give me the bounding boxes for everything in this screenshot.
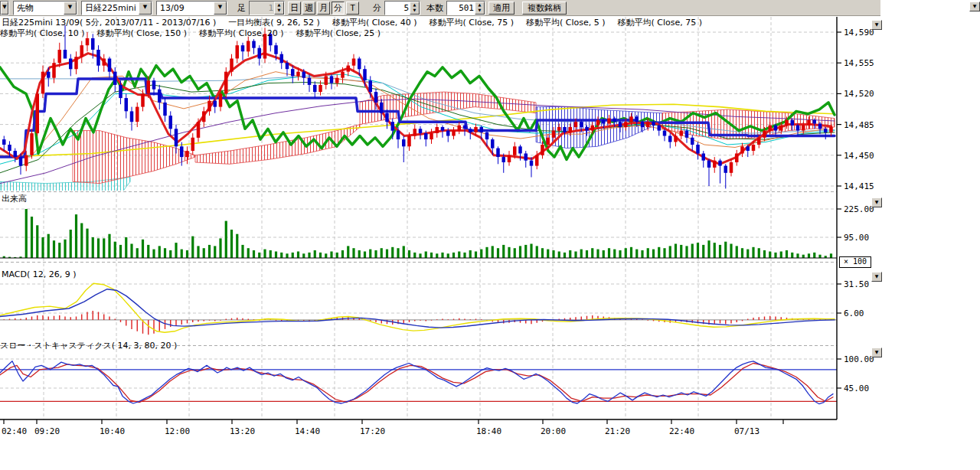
time-tick-label: 22:40 — [669, 426, 694, 436]
chevron-down-icon[interactable]: ▼ — [139, 2, 152, 15]
apply-button[interactable]: 適用 — [488, 2, 514, 15]
legend-item: 移動平均( Close, 75 ) — [618, 18, 703, 28]
symbol-value: 日経225mini — [82, 2, 139, 14]
axis-tick-label: 14,450 — [844, 151, 874, 161]
multi-symbol-button[interactable]: 複数銘柄 — [522, 2, 567, 15]
chevron-down-icon[interactable]: ▼ — [214, 2, 227, 15]
bar-interval-stepper[interactable]: ▲▼ — [249, 1, 285, 15]
bar-count-input[interactable] — [447, 3, 475, 13]
volume-multiplier-badge: × 100 — [839, 256, 871, 268]
hidden-combo[interactable]: ▼ — [0, 1, 9, 15]
stoch-panel-title: スロー・ストキャスティクス( 14, 3, 80, 20 ) — [0, 341, 177, 351]
legend-item: 移動平均( Close, 150 ) — [97, 28, 188, 38]
legend-row-1: 日経225mini 13/09( 5分, 2013/07/11 - 2013/0… — [2, 18, 714, 28]
minute-stepper[interactable]: ▲▼ — [384, 1, 420, 15]
bar-count-stepper[interactable]: ▲▼ — [446, 1, 485, 15]
spinner-arrows-icon[interactable]: ▲▼ — [410, 2, 420, 15]
axis-tick-label: 14,590 — [844, 28, 874, 38]
chevron-down-icon[interactable]: ▼ — [1, 2, 8, 15]
axis-tick-label: 225.00 — [844, 204, 874, 214]
period-month-button[interactable]: 月 — [317, 2, 330, 15]
count-label: 本数 — [426, 2, 443, 14]
axis-tick-label: 14,555 — [844, 58, 874, 68]
time-tick-label: 13:20 — [230, 426, 255, 436]
symbol-select[interactable]: 日経225mini ▼ — [81, 1, 152, 15]
time-tick-label: 07/13 — [734, 426, 760, 436]
legend-item: 移動平均( Close, 10 ) — [0, 28, 85, 38]
axis-tick-label: 95.00 — [844, 233, 869, 243]
category-select[interactable]: 先物 ▼ — [13, 1, 77, 15]
window-chevron-down-icon[interactable]: ▼ — [969, 2, 980, 11]
contract-value: 13/09 — [157, 3, 214, 13]
axis-tick-label: 14,485 — [844, 120, 874, 130]
axis-tick-label: 14,415 — [844, 181, 874, 191]
time-tick-label: 18:40 — [476, 426, 501, 436]
volume-panel-title: 出来高 — [2, 194, 27, 204]
time-tick-label: 21:20 — [605, 426, 630, 436]
legend-item: 移動平均( Close, 75 ) — [429, 18, 514, 28]
legend-item: 移動平均( Close, 25 ) — [296, 28, 381, 38]
category-value: 先物 — [14, 2, 64, 14]
macd-panel-chevron-down-icon[interactable]: ▼ — [871, 272, 882, 282]
period-week-button[interactable]: 週 — [302, 2, 315, 15]
stoch-panel-chevron-down-icon[interactable]: ▼ — [871, 348, 882, 357]
time-tick-label: 20:00 — [541, 426, 566, 436]
legend-item: 日経225mini 13/09( 5分, 2013/07/11 - 2013/0… — [2, 18, 216, 28]
volume-panel-chevron-down-icon[interactable]: ▼ — [871, 197, 882, 207]
legend-row-2: 移動平均( Close, 10 )移動平均( Close, 150 )移動平均(… — [0, 28, 393, 38]
minute-label: 分 — [373, 2, 381, 14]
trading-chart-window: 14,59014,55514,52014,48514,45014,415225.… — [0, 0, 980, 470]
chevron-down-icon[interactable]: ▼ — [64, 2, 77, 15]
legend-item: 一目均衡表( 9, 26, 52 ) — [228, 18, 320, 28]
time-tick-label: 10:40 — [100, 426, 125, 436]
time-tick-label: 14:40 — [295, 426, 320, 436]
bar-interval-input[interactable] — [250, 3, 274, 13]
period-tick-button[interactable]: T — [346, 2, 359, 15]
spinner-arrows-icon[interactable]: ▲▼ — [274, 2, 284, 15]
spinner-arrows-icon[interactable]: ▲▼ — [475, 2, 485, 15]
price-panel-chevron-down-icon[interactable]: ▼ — [871, 20, 882, 30]
chart-plot[interactable]: 14,59014,55514,52014,48514,45014,415225.… — [0, 0, 980, 470]
toolbar: ▼ 先物 ▼ 日経225mini ▼ 13/09 ▼ 足 ▲▼ 日 週 月 分 … — [0, 0, 880, 16]
time-tick-label: 12:00 — [165, 426, 190, 436]
axis-tick-label: 31.50 — [844, 279, 869, 289]
legend-item: 移動平均( Close, 40 ) — [332, 18, 417, 28]
time-tick-label: 09:20 — [34, 426, 60, 436]
period-minute-button[interactable]: 分 — [332, 2, 345, 15]
minute-input[interactable] — [385, 3, 410, 13]
legend-item: 移動平均( Close, 5 ) — [526, 18, 606, 28]
axis-tick-label: 100.00 — [844, 354, 874, 364]
time-tick-label: 02:40 — [2, 426, 27, 436]
axis-tick-label: 14,520 — [844, 89, 874, 99]
bar-label: 足 — [237, 2, 246, 14]
contract-select[interactable]: 13/09 ▼ — [156, 1, 227, 15]
axis-tick-label: 6.00 — [844, 308, 864, 318]
time-tick-label: 17:20 — [360, 426, 385, 436]
macd-panel-title: MACD( 12, 26, 9 ) — [2, 269, 77, 279]
period-day-button[interactable]: 日 — [288, 2, 301, 15]
axis-tick-label: 45.00 — [844, 384, 869, 393]
legend-item: 移動平均( Close, 20 ) — [199, 28, 284, 38]
